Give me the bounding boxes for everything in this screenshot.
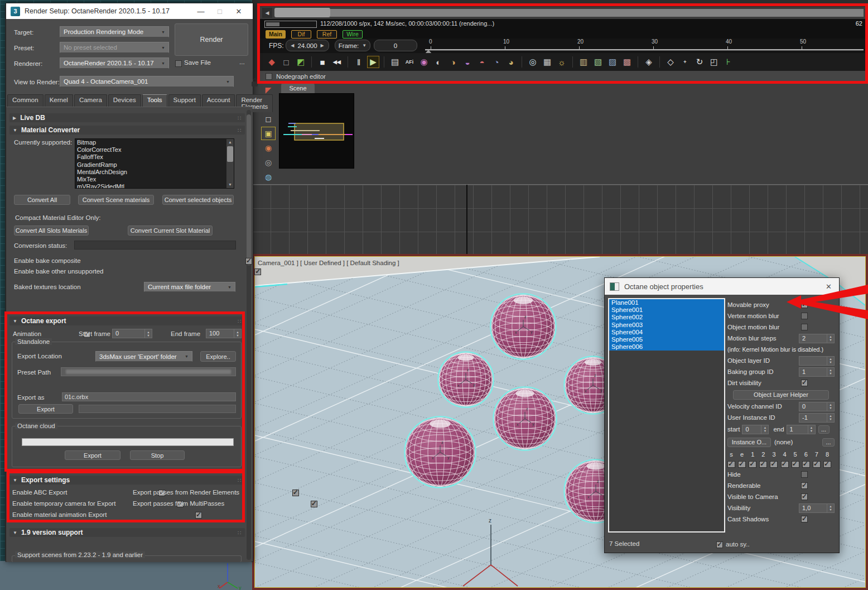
convert-scene-materials-button[interactable]: Convert Scene materials bbox=[78, 195, 154, 205]
velocity-channel-id-spinner[interactable]: 0▲▼ bbox=[799, 402, 835, 411]
viewport-lock-icon[interactable]: ▤ bbox=[389, 56, 401, 68]
scroll-up-icon[interactable]: ▲ bbox=[226, 139, 234, 146]
add-texture-environment-icon[interactable]: ◕ bbox=[505, 56, 517, 68]
visibility-spinner[interactable]: 1,0▲▼ bbox=[799, 503, 835, 513]
color-wheel-icon[interactable]: ◉ bbox=[418, 56, 430, 68]
supported-materials-list[interactable]: BitmapColorCorrectTexFalloffTexGradientR… bbox=[75, 138, 234, 189]
scrollbar-thumb[interactable] bbox=[274, 8, 330, 17]
object-list-item[interactable]: Sphere005 bbox=[609, 336, 724, 343]
dirt-visibility-checkbox[interactable] bbox=[801, 380, 808, 386]
add-visible-environment-icon[interactable]: ◒ bbox=[461, 56, 474, 68]
background-viewport[interactable]: x y bbox=[0, 561, 252, 590]
scroll-down-icon[interactable]: ▼ bbox=[226, 181, 234, 188]
object-layer-helper-button[interactable]: Object Layer Helper bbox=[733, 390, 829, 400]
fps-up-icon[interactable]: ▶ bbox=[321, 43, 324, 48]
nodegraph-scrollbar[interactable]: ◀ bbox=[260, 7, 866, 19]
convert-selected-objects-button[interactable]: Convert selected objects bbox=[162, 195, 234, 205]
layer-grid-checkbox[interactable] bbox=[738, 461, 746, 468]
baked-textures-dropdown[interactable]: Current max file folder▼ bbox=[144, 282, 235, 292]
explore-button[interactable]: Explore.. bbox=[200, 351, 236, 362]
passes-multipass-checkbox[interactable] bbox=[311, 501, 317, 507]
bake-composite-checkbox[interactable] bbox=[245, 258, 252, 265]
vertex-motion-blur-checkbox[interactable] bbox=[801, 313, 808, 319]
movable-proxy-checkbox[interactable] bbox=[801, 301, 808, 308]
buffer-tab-dif[interactable]: Dif bbox=[291, 30, 311, 39]
material-list-item[interactable]: MentalArchDesign bbox=[75, 169, 227, 176]
add-environment-icon[interactable]: ◑ bbox=[447, 56, 459, 68]
cloud-export-button[interactable]: Export bbox=[65, 450, 120, 460]
object-list-item[interactable]: Sphere003 bbox=[609, 322, 724, 329]
layer-grid-checkbox[interactable] bbox=[727, 461, 735, 468]
object-list-item[interactable]: Plane001 bbox=[609, 299, 724, 306]
clone-buffer-icon[interactable]: ▨ bbox=[606, 56, 619, 68]
tab-scene[interactable]: Scene bbox=[281, 83, 315, 93]
save-file-checkbox[interactable] bbox=[175, 60, 182, 67]
preset-dropdown[interactable]: No preset selected▼ bbox=[60, 42, 169, 53]
panel-scrollbar-thumb[interactable] bbox=[247, 114, 251, 265]
maximize-icon[interactable]: ◰ bbox=[708, 56, 720, 68]
lock-view-icon[interactable] bbox=[252, 81, 258, 87]
render-button[interactable]: Render bbox=[175, 23, 248, 56]
add-render-target-icon[interactable]: ◓ bbox=[476, 56, 488, 68]
buffer-tab-wire[interactable]: Wire bbox=[343, 30, 363, 39]
fit-view-icon[interactable]: ◻ bbox=[261, 112, 276, 126]
object-list-item[interactable]: Sphere006 bbox=[609, 343, 724, 351]
sphere-object[interactable]: xyz bbox=[404, 416, 475, 487]
passes-render-elements-checkbox[interactable] bbox=[292, 490, 299, 496]
object-list[interactable]: Plane001Sphere001Sphere002Sphere003Spher… bbox=[608, 298, 725, 533]
dialog-close-icon[interactable]: ✕ bbox=[823, 282, 834, 291]
object-list-item[interactable]: Sphere002 bbox=[609, 314, 724, 321]
preset-path-field[interactable] bbox=[61, 367, 236, 376]
rollout-19-version[interactable]: ▼1.9 version support∷ bbox=[9, 528, 245, 537]
layer-grid-checkbox[interactable] bbox=[802, 461, 810, 468]
object-layer-id-spinner[interactable]: ▲▼ bbox=[799, 356, 835, 366]
rollout-material-converter[interactable]: ▼Material Converter∷ bbox=[9, 126, 245, 135]
layer-grid-checkbox[interactable] bbox=[759, 461, 767, 468]
layer-grid-checkbox[interactable] bbox=[781, 461, 789, 468]
move-tool-icon[interactable]: + bbox=[679, 56, 691, 68]
show-lights-icon[interactable]: ◍ bbox=[261, 170, 276, 184]
nodegraph-editor-checkbox[interactable] bbox=[266, 73, 272, 80]
instance-more-button[interactable]: ... bbox=[822, 438, 835, 447]
end-frame-spinner[interactable]: 100▲▼ bbox=[206, 329, 242, 338]
material-list-item[interactable]: ColorCorrectTex bbox=[75, 146, 227, 154]
sphere-object[interactable]: xyz bbox=[438, 352, 493, 407]
pause-render-icon[interactable]: ‖ bbox=[353, 56, 365, 68]
region-mask-icon[interactable]: ▦ bbox=[541, 56, 553, 68]
rollout-live-db[interactable]: ▶Live DB∷ bbox=[9, 113, 245, 122]
layer-grid-checkbox[interactable] bbox=[813, 461, 821, 468]
rotate-tool-icon[interactable]: ↻ bbox=[693, 56, 706, 68]
layer-grid-checkbox[interactable] bbox=[792, 461, 799, 468]
object-picker-icon[interactable]: ◇ bbox=[664, 56, 677, 68]
scroll-left-button[interactable]: ◀ bbox=[262, 8, 272, 18]
list-scrollbar[interactable]: ▲ ▼ bbox=[226, 139, 234, 188]
motion-blur-steps-spinner[interactable]: 2▲▼ bbox=[799, 334, 835, 343]
buffer-tab-main[interactable]: Main bbox=[266, 30, 286, 39]
material-list-item[interactable]: MixTex bbox=[75, 176, 227, 183]
convert-all-button[interactable]: Convert All bbox=[14, 195, 70, 205]
material-list-item[interactable]: mVRay2SidedMtl bbox=[75, 183, 227, 188]
buffer-tab-ref[interactable]: Ref bbox=[317, 30, 337, 39]
zoom-tool-icon[interactable]: ◎ bbox=[527, 56, 539, 68]
bake-other-checkbox[interactable] bbox=[254, 268, 261, 275]
object-list-item[interactable]: Sphere001 bbox=[609, 306, 724, 314]
sphere-object[interactable]: xyz bbox=[493, 387, 556, 450]
panel-scrollbar[interactable] bbox=[247, 110, 251, 560]
start-spinner[interactable]: 0▲▼ bbox=[742, 425, 769, 434]
cast-shadows-checkbox[interactable] bbox=[801, 516, 808, 522]
cloud-stop-button[interactable]: Stop bbox=[130, 450, 185, 460]
play-render-icon[interactable]: ▶ bbox=[367, 56, 379, 68]
dialog-titlebar[interactable]: Octane object properties ✕ bbox=[605, 278, 839, 295]
copy-buffer-icon[interactable]: ▥ bbox=[577, 56, 590, 68]
preview-toggle-icon[interactable]: ▣ bbox=[261, 127, 276, 140]
object-motion-blur-checkbox[interactable] bbox=[801, 324, 808, 330]
paste-buffer-icon[interactable]: ▧ bbox=[592, 56, 604, 68]
list-scrollbar-thumb[interactable] bbox=[227, 146, 233, 162]
user-instance-id-spinner[interactable]: -1▲▼ bbox=[799, 413, 835, 423]
save-image-icon[interactable]: ▩ bbox=[621, 56, 633, 68]
frame-range-more-button[interactable]: ... bbox=[818, 425, 830, 434]
abort-render-icon[interactable]: ◆ bbox=[266, 56, 278, 68]
material-list-item[interactable]: FalloffTex bbox=[75, 154, 227, 161]
rgb-channels-icon[interactable]: ◩ bbox=[295, 56, 307, 68]
add-camera-icon[interactable]: ◐ bbox=[432, 56, 445, 68]
